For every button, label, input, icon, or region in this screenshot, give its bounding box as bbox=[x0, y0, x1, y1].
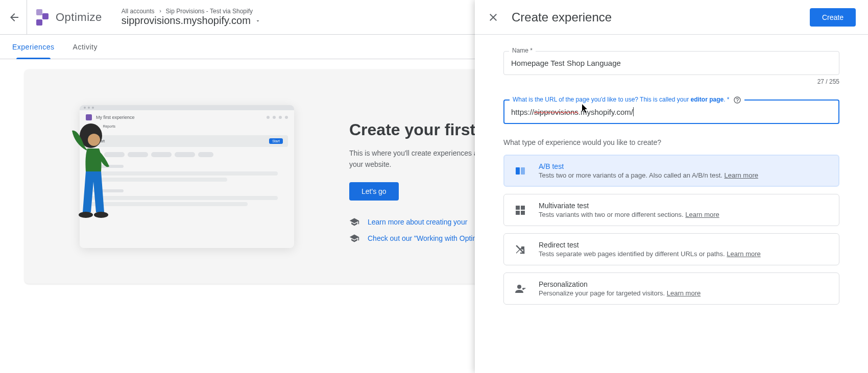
breadcrumb[interactable]: All accounts Sip Provisions - Test via S… bbox=[122, 8, 261, 15]
learn-more-link[interactable]: Learn more bbox=[724, 171, 758, 179]
learn-more-link[interactable]: Learn more bbox=[667, 289, 701, 297]
option-redirect-test[interactable]: Redirect test Tests separate web pages i… bbox=[503, 233, 839, 265]
graduation-icon bbox=[349, 217, 359, 227]
option-title: Redirect test bbox=[539, 241, 761, 249]
svg-point-5 bbox=[79, 212, 93, 218]
breadcrumb-all[interactable]: All accounts bbox=[122, 8, 155, 15]
header-main: All accounts Sip Provisions - Test via S… bbox=[122, 8, 261, 27]
option-title: Multivariate test bbox=[539, 202, 719, 210]
personalization-icon bbox=[514, 283, 526, 295]
account-title[interactable]: sipprovisions.myshopify.com bbox=[122, 15, 261, 27]
svg-rect-1 bbox=[42, 13, 49, 19]
learn-more-link[interactable]: Learn more bbox=[727, 250, 760, 258]
type-question: What type of experience would you like t… bbox=[503, 138, 839, 146]
svg-point-13 bbox=[517, 285, 521, 289]
svg-point-14 bbox=[522, 288, 524, 290]
svg-rect-0 bbox=[36, 9, 42, 15]
create-button[interactable]: Create bbox=[810, 8, 856, 27]
option-desc: Tests separate web pages identified by d… bbox=[539, 250, 761, 258]
option-personalization[interactable]: Personalization Personalize your page fo… bbox=[503, 272, 839, 305]
panel-title: Create experience bbox=[512, 10, 810, 24]
char-count: 27 / 255 bbox=[503, 78, 839, 85]
learn-more-link[interactable]: Learn more bbox=[685, 211, 719, 218]
divider bbox=[27, 0, 27, 35]
url-label: What is the URL of the page you'd like t… bbox=[510, 96, 744, 104]
illustration: My first experience Details Reports Draf… bbox=[49, 100, 325, 253]
svg-point-4 bbox=[88, 134, 100, 146]
option-title: Personalization bbox=[539, 280, 701, 288]
help-icon[interactable] bbox=[733, 96, 741, 104]
lets-go-button[interactable]: Let's go bbox=[349, 182, 399, 201]
option-multivariate-test[interactable]: Multivariate test Tests variants with tw… bbox=[503, 194, 839, 226]
logo-text: Optimize bbox=[56, 11, 102, 24]
person-illustration-icon bbox=[64, 120, 126, 233]
tab-activity[interactable]: Activity bbox=[73, 35, 98, 59]
graduation-icon bbox=[349, 233, 359, 243]
option-desc: Tests variants with two or more differen… bbox=[539, 211, 719, 218]
dropdown-icon[interactable] bbox=[255, 18, 261, 24]
svg-rect-7 bbox=[516, 167, 520, 175]
svg-rect-12 bbox=[521, 211, 525, 215]
ab-test-icon bbox=[514, 165, 526, 177]
create-experience-panel: Create experience Create Name * 27 / 255… bbox=[475, 0, 868, 373]
svg-rect-9 bbox=[516, 206, 520, 210]
back-arrow-icon[interactable] bbox=[8, 11, 20, 23]
svg-rect-11 bbox=[516, 211, 520, 215]
multivariate-icon bbox=[514, 204, 526, 216]
svg-rect-2 bbox=[36, 19, 42, 26]
logo-area[interactable]: Optimize bbox=[33, 9, 102, 26]
name-field-wrap[interactable]: Name * bbox=[503, 51, 839, 75]
panel-header: Create experience Create bbox=[475, 0, 868, 35]
name-input[interactable] bbox=[511, 56, 832, 70]
svg-point-6 bbox=[94, 212, 108, 218]
svg-rect-10 bbox=[521, 206, 525, 210]
close-icon[interactable] bbox=[487, 11, 499, 23]
option-title: A/B test bbox=[539, 162, 758, 170]
redirect-icon bbox=[514, 243, 526, 256]
svg-rect-8 bbox=[521, 167, 525, 175]
name-label: Name * bbox=[509, 47, 536, 54]
url-input[interactable]: https://sipprovisions.myshopify.com/ bbox=[511, 104, 832, 119]
tab-experiences[interactable]: Experiences bbox=[12, 35, 55, 59]
breadcrumb-account[interactable]: Sip Provisions - Test via Shopify bbox=[166, 8, 253, 15]
option-ab-test[interactable]: A/B test Tests two or more variants of a… bbox=[503, 155, 839, 187]
option-desc: Tests two or more variants of a page. Al… bbox=[539, 171, 758, 179]
option-desc: Personalize your page for targeted visit… bbox=[539, 289, 701, 297]
chevron-right-icon bbox=[158, 9, 163, 14]
optimize-logo-icon bbox=[33, 9, 50, 26]
panel-body: Name * 27 / 255 What is the URL of the p… bbox=[475, 35, 868, 328]
url-field-wrap[interactable]: What is the URL of the page you'd like t… bbox=[503, 100, 839, 124]
